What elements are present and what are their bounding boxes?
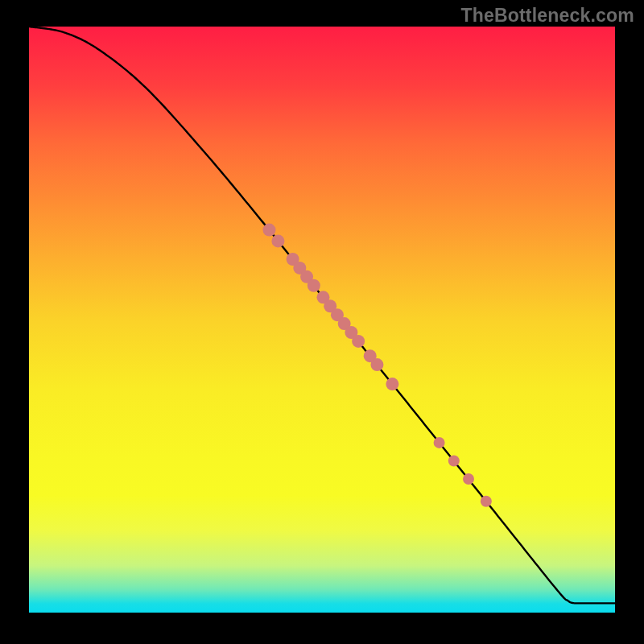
data-point: [308, 279, 320, 292]
data-point: [448, 455, 460, 466]
data-point: [481, 496, 492, 507]
data-point: [386, 378, 398, 390]
bottleneck-curve: [29, 27, 574, 603]
chart-svg: [29, 27, 615, 613]
data-point: [271, 234, 284, 247]
data-point: [434, 437, 445, 448]
watermark-text: TheBottleneck.com: [460, 5, 634, 27]
data-points: [262, 224, 491, 507]
data-point: [262, 224, 275, 237]
data-point: [352, 335, 365, 348]
data-point: [370, 358, 383, 371]
data-point: [463, 473, 474, 485]
